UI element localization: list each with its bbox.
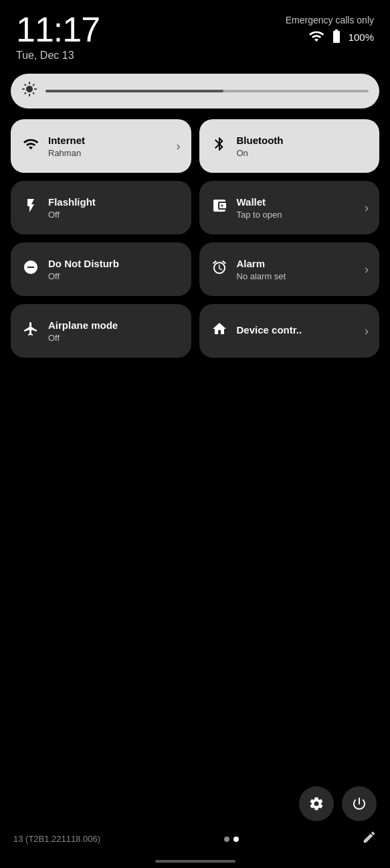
internet-tile-text: Internet Rahman xyxy=(48,135,169,158)
dnd-title: Do Not Disturb xyxy=(48,258,181,270)
brightness-track[interactable] xyxy=(45,90,369,92)
settings-button[interactable] xyxy=(299,786,334,821)
alarm-tile-text: Alarm No alarm set xyxy=(237,258,357,281)
airplane-title: Airplane mode xyxy=(48,319,181,332)
flashlight-tile-icon xyxy=(21,198,40,218)
alarm-subtitle: No alarm set xyxy=(237,271,357,281)
device-control-chevron-icon: › xyxy=(365,324,369,338)
status-date: Tue, Dec 13 xyxy=(16,50,100,62)
power-button[interactable] xyxy=(342,786,377,821)
emergency-label: Emergency calls only xyxy=(286,15,374,25)
airplane-tile-icon xyxy=(21,321,40,341)
tile-airplane[interactable]: Airplane mode Off xyxy=(11,304,191,358)
bluetooth-title: Bluetooth xyxy=(237,135,369,147)
wallet-tile-icon xyxy=(210,198,229,218)
status-icons: 100% xyxy=(308,28,374,46)
quick-settings-panel: Internet Rahman › Bluetooth On xyxy=(0,62,390,368)
tile-device-control[interactable]: Device contr.. › xyxy=(199,304,380,358)
brightness-slider[interactable] xyxy=(11,74,379,108)
bluetooth-tile-icon xyxy=(210,136,229,156)
brightness-icon xyxy=(21,81,37,101)
alarm-title: Alarm xyxy=(237,258,357,270)
wallet-subtitle: Tap to open xyxy=(237,210,357,220)
wallet-title: Wallet xyxy=(237,196,357,208)
dnd-tile-text: Do Not Disturb Off xyxy=(48,258,181,281)
internet-subtitle: Rahman xyxy=(48,148,169,158)
battery-percent: 100% xyxy=(349,31,374,43)
dnd-tile-icon xyxy=(21,259,40,279)
device-control-tile-text: Device contr.. xyxy=(237,324,357,338)
flashlight-title: Flashlight xyxy=(48,196,181,208)
wifi-tile-icon xyxy=(21,136,40,156)
battery-icon xyxy=(328,28,345,46)
flashlight-subtitle: Off xyxy=(48,210,181,220)
internet-chevron-icon: › xyxy=(177,139,181,153)
wifi-icon xyxy=(308,28,324,46)
device-control-title: Device contr.. xyxy=(237,324,357,336)
fab-row xyxy=(299,786,377,821)
version-label: 13 (T2B1.221118.006) xyxy=(13,834,100,844)
tiles-grid: Internet Rahman › Bluetooth On xyxy=(11,119,379,358)
bottom-bar: 13 (T2B1.221118.006) xyxy=(0,830,390,848)
wallet-chevron-icon: › xyxy=(365,201,369,215)
airplane-tile-text: Airplane mode Off xyxy=(48,319,181,343)
home-tile-icon xyxy=(210,321,229,341)
brightness-fill xyxy=(45,90,223,92)
tile-alarm[interactable]: Alarm No alarm set › xyxy=(199,242,380,296)
dnd-subtitle: Off xyxy=(48,271,181,281)
airplane-subtitle: Off xyxy=(48,333,181,343)
edit-icon[interactable] xyxy=(362,830,377,848)
wallet-tile-text: Wallet Tap to open xyxy=(237,196,357,220)
bluetooth-tile-text: Bluetooth On xyxy=(237,135,369,158)
tile-flashlight[interactable]: Flashlight Off xyxy=(11,181,191,234)
tile-internet[interactable]: Internet Rahman › xyxy=(11,119,191,173)
internet-title: Internet xyxy=(48,135,169,147)
bluetooth-subtitle: On xyxy=(237,148,369,158)
status-left: 11:17 Tue, Dec 13 xyxy=(16,12,100,62)
dot-2 xyxy=(233,837,239,842)
status-bar: 11:17 Tue, Dec 13 Emergency calls only 1… xyxy=(0,0,390,62)
tile-bluetooth[interactable]: Bluetooth On xyxy=(199,119,380,173)
tile-wallet[interactable]: Wallet Tap to open › xyxy=(199,181,380,234)
page-dots xyxy=(224,837,239,842)
status-time: 11:17 xyxy=(16,12,100,47)
tile-dnd[interactable]: Do Not Disturb Off xyxy=(11,242,191,296)
dot-1 xyxy=(224,837,229,842)
home-indicator xyxy=(155,860,235,863)
alarm-chevron-icon: › xyxy=(365,263,369,277)
flashlight-tile-text: Flashlight Off xyxy=(48,196,181,220)
status-right: Emergency calls only 100% xyxy=(286,12,374,46)
alarm-tile-icon xyxy=(210,259,229,279)
